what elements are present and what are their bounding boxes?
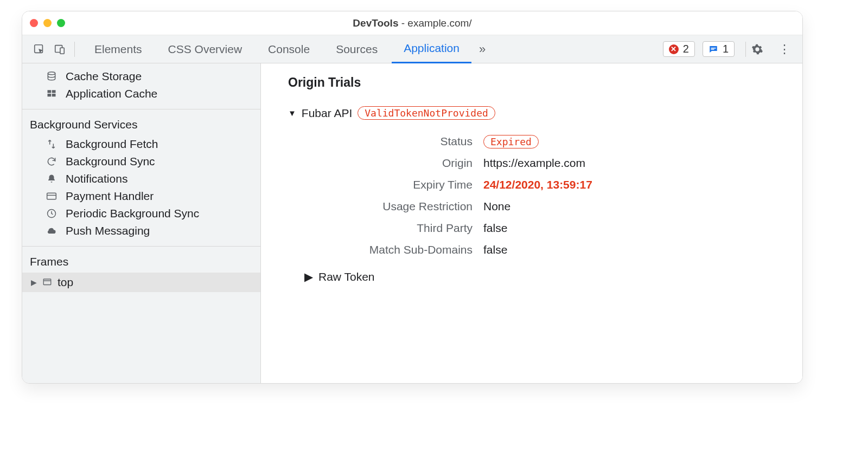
svg-rect-9 (52, 94, 56, 96)
cloud-icon (45, 225, 58, 236)
inspect-element-icon[interactable] (30, 40, 48, 59)
token-status-pill: ValidTokenNotProvided (358, 106, 495, 120)
errors-chip[interactable]: ✕ 2 (663, 41, 695, 57)
messages-count: 1 (723, 43, 729, 55)
frames-top-label: top (58, 276, 73, 289)
sidebar-item-periodic-bg-sync[interactable]: Periodic Background Sync (22, 205, 260, 222)
sidebar-item-label: Background Fetch (66, 138, 158, 151)
origin-label: Origin (331, 157, 473, 170)
expand-triangle-icon[interactable]: ▶ (31, 278, 37, 287)
database-icon (45, 71, 58, 82)
sidebar-item-label: Periodic Background Sync (66, 207, 199, 220)
title-bar: DevTools - example.com/ (22, 11, 802, 35)
separator (745, 42, 746, 57)
subdomains-label: Match Sub-Domains (331, 243, 473, 256)
expiry-label: Expiry Time (331, 178, 473, 191)
window-title-app: DevTools (353, 17, 398, 29)
usage-label: Usage Restriction (331, 200, 473, 213)
svg-point-5 (48, 72, 55, 75)
settings-gear-icon[interactable] (751, 43, 772, 55)
sidebar-item-label: Background Sync (66, 155, 155, 168)
status-label: Status (331, 135, 473, 148)
sidebar-item-label: Notifications (66, 172, 127, 185)
sidebar-item-cache-storage[interactable]: Cache Storage (22, 68, 260, 85)
tab-sources[interactable]: Sources (324, 35, 390, 63)
frame-icon (42, 277, 52, 287)
frames-top-row[interactable]: ▶ top (22, 273, 260, 292)
svg-rect-4 (711, 49, 714, 50)
collapse-triangle-icon[interactable]: ▼ (288, 108, 296, 118)
bell-icon (45, 174, 58, 184)
raw-token-label: Raw Token (318, 270, 375, 283)
expand-triangle-icon[interactable]: ▶ (304, 270, 313, 283)
svg-rect-6 (48, 90, 52, 93)
errors-count: 2 (683, 43, 689, 55)
trial-row[interactable]: ▼ Fubar API ValidTokenNotProvided (288, 106, 802, 120)
sidebar-heading-background-services: Background Services (22, 109, 260, 135)
trial-name: Fubar API (302, 107, 352, 120)
svg-rect-8 (48, 94, 52, 96)
separator (74, 42, 75, 57)
third-party-value: false (483, 222, 802, 235)
sidebar-item-background-sync[interactable]: Background Sync (22, 153, 260, 170)
sidebar-item-push-messaging[interactable]: Push Messaging (22, 222, 260, 240)
svg-rect-3 (711, 48, 716, 49)
status-value: Expired (483, 135, 802, 148)
fetch-icon (45, 139, 58, 150)
messages-chip[interactable]: 1 (703, 41, 735, 57)
svg-rect-13 (43, 279, 51, 285)
sidebar-item-label: Payment Handler (66, 190, 154, 203)
tab-console[interactable]: Console (256, 35, 322, 63)
sidebar-item-notifications[interactable]: Notifications (22, 170, 260, 188)
credit-card-icon (45, 191, 58, 202)
body-split: Cache Storage Application Cache Backgrou… (22, 63, 802, 383)
window-title-page: example.com/ (407, 17, 471, 29)
sidebar-item-background-fetch[interactable]: Background Fetch (22, 135, 260, 153)
sidebar-item-label: Cache Storage (66, 70, 142, 83)
svg-rect-10 (47, 193, 56, 199)
subdomains-value: false (483, 243, 802, 256)
devtools-window: DevTools - example.com/ Elements CSS Ove… (22, 11, 803, 384)
status-pill: Expired (483, 135, 539, 148)
sidebar-item-payment-handler[interactable]: Payment Handler (22, 188, 260, 205)
clock-icon (45, 208, 58, 219)
svg-rect-0 (35, 44, 43, 53)
svg-rect-2 (60, 48, 64, 54)
tab-strip: Elements CSS Overview Console Sources Ap… (22, 35, 802, 63)
panel-heading: Origin Trials (288, 75, 802, 90)
raw-token-row[interactable]: ▶ Raw Token (304, 270, 802, 283)
error-icon: ✕ (669, 44, 679, 54)
origin-trials-panel: Origin Trials ▼ Fubar API ValidTokenNotP… (261, 63, 802, 383)
tab-application[interactable]: Application (392, 35, 471, 63)
sidebar-item-label: Application Cache (66, 87, 157, 100)
sidebar-heading-frames: Frames (22, 246, 260, 273)
window-title: DevTools - example.com/ (22, 17, 802, 29)
svg-rect-7 (52, 90, 56, 93)
origin-value: https://example.com (483, 157, 802, 170)
message-icon (709, 44, 718, 54)
grid-icon (45, 89, 58, 99)
usage-value: None (483, 200, 802, 213)
device-toggle-icon[interactable] (50, 40, 69, 59)
expiry-value: 24/12/2020, 13:59:17 (483, 178, 802, 191)
sidebar-item-label: Push Messaging (66, 224, 150, 237)
more-menu-icon[interactable]: ⋮ (774, 42, 795, 56)
third-party-label: Third Party (331, 222, 473, 235)
sidebar-item-application-cache[interactable]: Application Cache (22, 85, 260, 102)
application-sidebar: Cache Storage Application Cache Backgrou… (22, 63, 261, 383)
tab-css-overview[interactable]: CSS Overview (156, 35, 254, 63)
tabs-overflow-icon[interactable]: » (474, 42, 491, 56)
trial-details-table: Status Expired Origin https://example.co… (331, 131, 802, 261)
sync-icon (45, 156, 58, 167)
tab-elements[interactable]: Elements (82, 35, 154, 63)
